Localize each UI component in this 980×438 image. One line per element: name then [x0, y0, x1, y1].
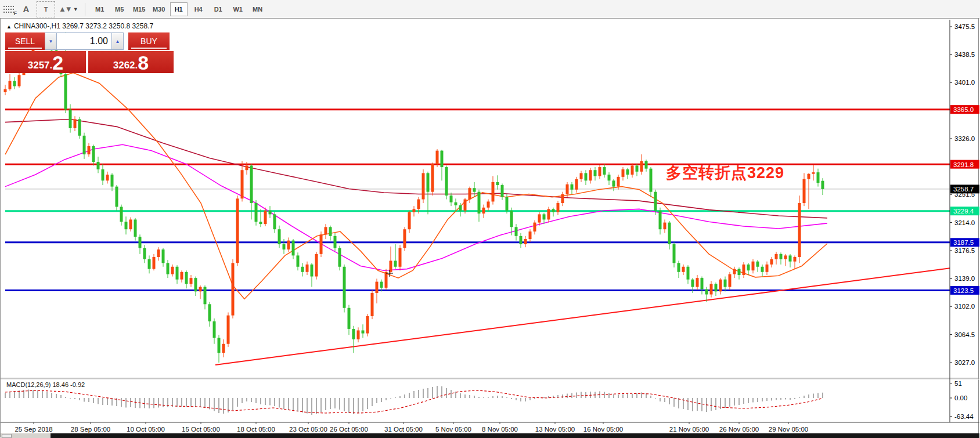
candle [371, 293, 374, 316]
candle [157, 249, 160, 257]
candle [4, 89, 7, 92]
symbol-header: ▲CHINA300-,H1 3269.7 3273.2 3250.8 3258.… [6, 22, 153, 30]
candle [761, 267, 764, 272]
candle [106, 175, 109, 180]
candle [492, 182, 495, 202]
candle [705, 289, 708, 294]
candle [181, 272, 183, 280]
candle [269, 211, 272, 214]
candle [129, 219, 132, 229]
level-price-label: 3291.8 [953, 161, 974, 168]
time-tick-label: 16 Nov 05:00 [583, 426, 623, 433]
candle [506, 197, 509, 211]
price-tick-label: 3438.5 [954, 51, 975, 58]
candle [668, 223, 671, 244]
candle [153, 257, 156, 269]
candle [585, 173, 588, 180]
candle [784, 255, 787, 259]
candle [543, 214, 546, 219]
candle [102, 169, 105, 180]
candle [691, 280, 694, 287]
candle [399, 248, 402, 266]
candle [283, 244, 286, 249]
candle [547, 209, 550, 219]
candle [88, 146, 91, 154]
timeframe-button-w1[interactable]: W1 [229, 2, 247, 16]
timeframe-button-h1[interactable]: H1 [170, 2, 188, 16]
candle [273, 214, 276, 229]
timeframe-button-m30[interactable]: M30 [150, 2, 168, 16]
macd-tick-label: -63.44 [954, 413, 974, 420]
text-icon[interactable]: A [19, 2, 33, 16]
sell-button[interactable]: SELL [5, 32, 45, 50]
candle [715, 284, 718, 291]
trendline[interactable] [215, 268, 950, 365]
text-label-icon[interactable]: T [37, 1, 55, 17]
buy-button[interactable]: BUY [128, 32, 170, 50]
candle [343, 267, 346, 308]
candle [213, 321, 216, 338]
buy-price-box[interactable]: 3262.8 [88, 51, 174, 73]
candle [450, 196, 453, 202]
candle [422, 173, 425, 199]
collapse-icon[interactable]: ▲ [6, 24, 12, 30]
timeframe-button-m15[interactable]: M15 [131, 2, 148, 16]
timeframe-group: M1M5M15M30H1H4D1W1MN [90, 2, 268, 16]
candle [74, 119, 77, 128]
candle [148, 259, 151, 269]
candle [260, 222, 262, 224]
time-tick-label: 25 Sep 2018 [15, 426, 52, 433]
candle [682, 267, 685, 272]
price-tick-label: 3401.0 [954, 79, 975, 86]
time-tick-label: 13 Nov 05:00 [535, 426, 575, 433]
volume-increment-button[interactable]: ▲ [111, 32, 124, 50]
candle [482, 208, 485, 213]
candle [255, 203, 258, 222]
arrows-icon[interactable]: ▲▼ ▼ [59, 2, 78, 16]
time-tick-label: 10 Oct 05:00 [127, 426, 165, 433]
chart-annotation[interactable]: 多空转折点3229 [666, 162, 784, 183]
timeframe-button-m5[interactable]: M5 [111, 2, 128, 16]
candle [552, 209, 555, 212]
candle [650, 169, 653, 192]
candle [408, 212, 411, 230]
time-tick-label: 15 Oct 05:00 [182, 426, 220, 433]
candle [417, 200, 420, 209]
fibonacci-icon[interactable]: F [2, 4, 16, 15]
candle [575, 179, 578, 190]
candle [589, 170, 592, 180]
candle [557, 203, 560, 212]
candle [738, 269, 741, 275]
timeframe-button-d1[interactable]: D1 [210, 2, 227, 16]
candle [743, 265, 745, 275]
chart-canvas[interactable]: 3475.53438.53401.03326.03251.53214.03176… [1, 19, 979, 438]
macd-tick-label: 51 [954, 380, 962, 387]
candle [478, 192, 481, 213]
candle [729, 274, 732, 287]
candle [69, 110, 72, 128]
candle [622, 169, 625, 177]
candle [194, 278, 197, 291]
timeframe-button-h4[interactable]: H4 [190, 2, 207, 16]
timeframe-button-m1[interactable]: M1 [91, 2, 109, 16]
candle [733, 269, 736, 274]
price-tick-label: 3064.5 [954, 331, 975, 338]
candle [789, 255, 792, 261]
volume-input[interactable] [57, 32, 111, 50]
candle [120, 207, 123, 222]
candle [139, 237, 142, 248]
timeframe-button-mn[interactable]: MN [249, 2, 266, 16]
candle [566, 184, 569, 194]
candle [780, 254, 783, 259]
candle [185, 272, 188, 284]
price-tick-label: 3214.0 [954, 219, 975, 226]
volume-decrement-button[interactable]: ▼ [45, 32, 57, 50]
time-tick-label: 31 Oct 05:00 [384, 426, 423, 433]
bottom-bar[interactable] [51, 433, 979, 438]
candle [701, 278, 704, 289]
chart-window: ▲CHINA300-,H1 3269.7 3273.2 3250.8 3258.… [0, 18, 979, 437]
candle [97, 162, 100, 169]
candle [413, 209, 416, 212]
sell-price-box[interactable]: 3257.2 [5, 51, 86, 73]
level-price-label: 3229.4 [953, 208, 974, 215]
